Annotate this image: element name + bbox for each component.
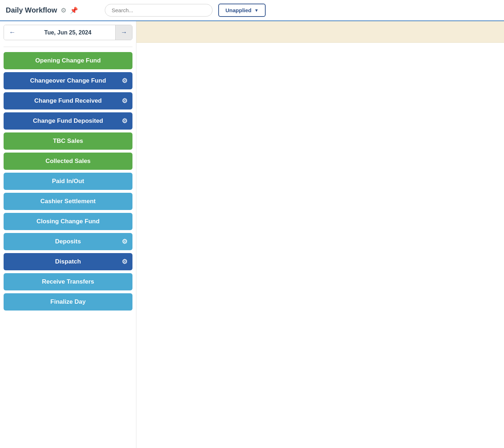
cashier-settlement-button[interactable]: Cashier Settlement [4, 193, 132, 210]
date-next-button[interactable]: → [115, 25, 132, 40]
page-title: Daily Workflow [6, 6, 57, 14]
change-fund-received-gear-icon[interactable]: ⚙ [122, 97, 127, 105]
change-fund-deposited-button[interactable]: Change Fund Deposited⚙ [4, 112, 132, 130]
changeover-change-fund-button[interactable]: Changeover Change Fund⚙ [4, 72, 132, 89]
content-top-strip [136, 21, 504, 43]
paid-in-out-button[interactable]: Paid In/Out [4, 173, 132, 190]
receive-transfers-label: Receive Transfers [42, 278, 94, 285]
date-prev-button[interactable]: ← [4, 25, 20, 40]
search-input[interactable] [105, 4, 213, 17]
unapplied-label: Unapplied [225, 7, 252, 13]
workflow-list: Opening Change FundChangeover Change Fun… [4, 52, 132, 313]
date-nav: ← Tue, Jun 25, 2024 → [4, 25, 132, 40]
tbc-sales-label: TBC Sales [53, 137, 83, 145]
opening-change-fund-button[interactable]: Opening Change Fund [4, 52, 132, 69]
change-fund-received-label: Change Fund Received [34, 97, 102, 104]
dispatch-button[interactable]: Dispatch⚙ [4, 253, 132, 270]
changeover-change-fund-label: Changeover Change Fund [30, 77, 106, 84]
cashier-settlement-label: Cashier Settlement [41, 198, 96, 205]
title-area: Daily Workflow ⚙ 📌 [6, 6, 99, 14]
finalize-day-button[interactable]: Finalize Day [4, 293, 132, 311]
main-layout: ← Tue, Jun 25, 2024 → Opening Change Fun… [0, 21, 504, 448]
change-fund-deposited-gear-icon[interactable]: ⚙ [122, 117, 127, 125]
deposits-label: Deposits [55, 238, 81, 245]
change-fund-received-button[interactable]: Change Fund Received⚙ [4, 92, 132, 109]
change-fund-deposited-label: Change Fund Deposited [33, 117, 103, 125]
top-bar: Daily Workflow ⚙ 📌 Unapplied ▼ [0, 0, 504, 21]
deposits-gear-icon[interactable]: ⚙ [122, 238, 127, 246]
finalize-day-label: Finalize Day [50, 298, 85, 305]
opening-change-fund-label: Opening Change Fund [35, 57, 101, 64]
collected-sales-label: Collected Sales [46, 158, 91, 165]
date-display: Tue, Jun 25, 2024 [20, 26, 115, 39]
content-area [136, 21, 504, 448]
unapplied-dropdown-button[interactable]: Unapplied ▼ [218, 4, 266, 17]
deposits-button[interactable]: Deposits⚙ [4, 233, 132, 250]
collected-sales-button[interactable]: Collected Sales [4, 153, 132, 170]
gear-icon-title[interactable]: ⚙ [61, 6, 66, 14]
closing-change-fund-button[interactable]: Closing Change Fund [4, 213, 132, 230]
paid-in-out-label: Paid In/Out [52, 178, 84, 185]
pin-icon[interactable]: 📌 [70, 6, 78, 14]
dispatch-label: Dispatch [55, 258, 81, 265]
dispatch-gear-icon[interactable]: ⚙ [122, 258, 127, 266]
tbc-sales-button[interactable]: TBC Sales [4, 132, 132, 150]
changeover-change-fund-gear-icon[interactable]: ⚙ [122, 77, 127, 85]
dropdown-arrow-icon: ▼ [255, 8, 259, 13]
sidebar: ← Tue, Jun 25, 2024 → Opening Change Fun… [0, 21, 136, 448]
receive-transfers-button[interactable]: Receive Transfers [4, 273, 132, 290]
divider [4, 47, 132, 47]
closing-change-fund-label: Closing Change Fund [37, 218, 100, 225]
